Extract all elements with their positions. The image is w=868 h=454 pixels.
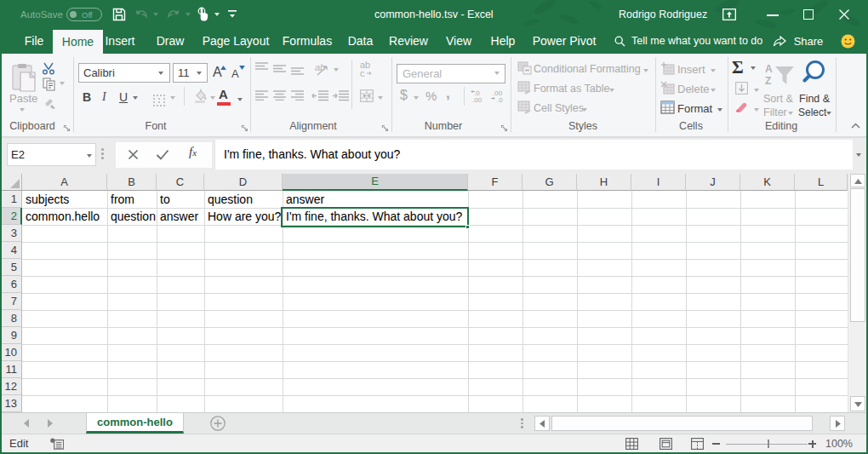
svg-text:c: c — [360, 68, 365, 78]
svg-text:Z: Z — [765, 75, 771, 86]
svg-text:.00: .00 — [472, 96, 483, 103]
svg-text:.0: .0 — [497, 96, 503, 103]
svg-text:A: A — [765, 63, 773, 75]
svg-text:ab: ab — [315, 62, 325, 72]
